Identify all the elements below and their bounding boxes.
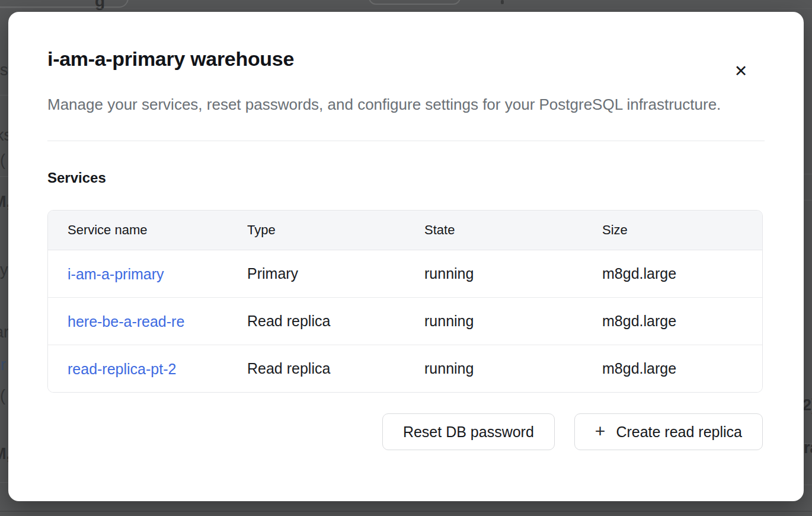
background-icon-fragment: [501, 0, 504, 4]
divider: [47, 141, 765, 141]
background-divider: [804, 485, 812, 485]
background-divider: [0, 482, 8, 483]
table-row: i-am-a-primary Primary running m8gd.larg…: [48, 250, 762, 297]
create-read-replica-button[interactable]: + Create read replica: [574, 413, 763, 450]
close-button[interactable]: ✕: [729, 59, 753, 83]
background-divider: [804, 443, 812, 444]
service-type: Primary: [228, 265, 405, 282]
service-state: running: [405, 360, 583, 377]
background-divider: [804, 174, 812, 174]
service-name-link[interactable]: i-am-a-primary: [68, 266, 164, 283]
reset-db-password-button[interactable]: Reset DB password: [382, 413, 555, 450]
background-divider: [804, 200, 812, 200]
services-table: Service name Type State Size i-am-a-prim…: [47, 210, 763, 393]
plus-icon: +: [595, 422, 606, 440]
service-size: m8gd.large: [583, 360, 762, 377]
warehouse-modal: i-am-a-primary warehouse ✕ Manage your s…: [8, 12, 804, 501]
service-name-link[interactable]: here-be-a-read-re: [68, 313, 184, 330]
screen: g st ks ( M, y ar ir ( M, 2) ra i-am-a-p…: [0, 0, 812, 516]
modal-description: Manage your services, reset passwords, a…: [47, 92, 729, 117]
background-text-fragment: (: [0, 151, 5, 169]
modal-actions: Reset DB password + Create read replica: [47, 413, 763, 450]
background-divider: [0, 8, 812, 9]
background-divider: [0, 511, 812, 512]
table-header-row: Service name Type State Size: [48, 211, 762, 250]
modal-title: i-am-a-primary warehouse: [47, 47, 765, 71]
service-name-link[interactable]: read-replica-pt-2: [68, 361, 176, 378]
background-text-fragment: (: [0, 387, 5, 404]
table-row: read-replica-pt-2 Read replica running m…: [48, 345, 762, 392]
background-text-fragment: g: [95, 0, 105, 11]
column-header-size: Size: [583, 222, 762, 238]
background-band: [0, 512, 812, 516]
services-heading: Services: [47, 170, 765, 186]
background-button-outline: [0, 0, 129, 8]
background-link-fragment: ir: [0, 356, 6, 374]
close-icon: ✕: [734, 62, 748, 80]
background-divider: [0, 176, 8, 177]
column-header-type: Type: [228, 222, 405, 238]
background-button-outline: [369, 0, 461, 5]
background-divider: [804, 410, 812, 411]
column-header-state: State: [405, 222, 583, 238]
table-row: here-be-a-read-re Read replica running m…: [48, 297, 762, 345]
create-read-replica-label: Create read replica: [616, 423, 742, 441]
service-state: running: [405, 265, 583, 282]
reset-db-password-label: Reset DB password: [403, 423, 534, 441]
service-size: m8gd.large: [583, 265, 762, 282]
service-state: running: [405, 313, 583, 330]
service-type: Read replica: [228, 360, 405, 377]
background-text-fragment: y: [0, 261, 8, 279]
service-size: m8gd.large: [583, 313, 762, 330]
background-divider: [0, 95, 8, 95]
background-text-fragment: ar: [0, 323, 9, 341]
background-text-fragment: ra: [804, 439, 812, 457]
background-text-fragment: 2): [803, 396, 812, 414]
service-type: Read replica: [228, 313, 405, 330]
column-header-service-name: Service name: [48, 222, 228, 238]
